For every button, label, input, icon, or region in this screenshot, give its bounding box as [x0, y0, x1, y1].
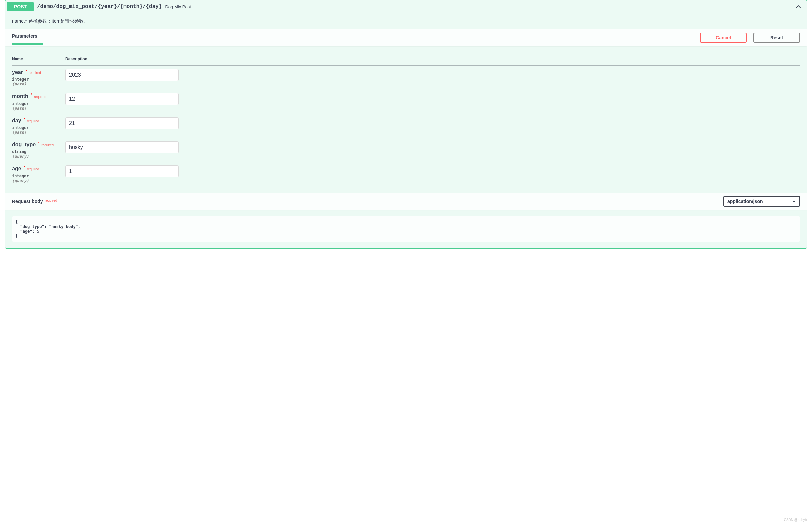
parameter-type: integer	[12, 100, 65, 106]
parameter-name: age * required	[12, 165, 65, 172]
operation-description: name是路径参数；item是请求参数。	[5, 13, 807, 29]
parameter-value-cell	[65, 114, 800, 138]
parameter-name: day * required	[12, 117, 65, 124]
parameter-type: integer	[12, 75, 65, 82]
parameter-input[interactable]	[65, 93, 179, 105]
cancel-button[interactable]: Cancel	[700, 33, 747, 43]
operation-block: POST /demo/dog_mix_post/{year}/{month}/{…	[5, 0, 807, 249]
column-header-description: Description	[65, 53, 800, 66]
parameter-name-cell: month * requiredinteger(path)	[12, 90, 65, 113]
request-body-header: Request bodyrequired application/json	[5, 193, 807, 210]
request-body-payload[interactable]: { "dog_type": "husky_body", "age": 5 }	[12, 216, 800, 241]
request-body-container: { "dog_type": "husky_body", "age": 5 }	[5, 210, 807, 248]
required-label: required	[26, 119, 39, 123]
parameter-input[interactable]	[65, 165, 179, 177]
operation-description-text: name是路径参数；item是请求参数。	[12, 18, 800, 24]
parameter-name-cell: age * requiredinteger(query)	[12, 162, 65, 186]
parameter-value-cell	[65, 138, 800, 162]
parameter-input[interactable]	[65, 117, 179, 129]
required-label: required	[27, 71, 41, 75]
parameter-in: (path)	[12, 82, 65, 86]
parameter-input[interactable]	[65, 141, 179, 153]
parameter-in: (query)	[12, 178, 65, 183]
collapse-arrow-icon[interactable]	[795, 3, 802, 10]
parameters-table: Name Description year * requiredinteger(…	[12, 53, 800, 186]
parameter-type: string	[12, 148, 65, 154]
parameter-name-cell: dog_type * requiredstring(query)	[12, 138, 65, 162]
required-label: required	[40, 143, 53, 147]
reset-button[interactable]: Reset	[753, 33, 800, 43]
parameter-value-cell	[65, 90, 800, 113]
parameter-in: (path)	[12, 106, 65, 111]
parameter-input[interactable]	[65, 69, 179, 81]
required-star-icon: *	[37, 141, 41, 145]
required-label: required	[33, 95, 46, 99]
parameter-name: year * required	[12, 69, 65, 75]
required-star-icon: *	[23, 165, 26, 169]
tab-parameters[interactable]: Parameters	[12, 33, 37, 42]
parameter-name: dog_type * required	[12, 141, 65, 148]
request-body-title: Request bodyrequired	[12, 199, 723, 204]
operation-short-description: Dog Mix Post	[165, 4, 795, 9]
required-star-icon: *	[30, 93, 33, 96]
request-body-required-label: required	[43, 199, 57, 202]
operation-path: /demo/dog_mix_post/{year}/{month}/{day}	[34, 4, 165, 10]
parameter-value-cell	[65, 162, 800, 186]
column-header-name: Name	[12, 53, 65, 66]
parameter-in: (path)	[12, 130, 65, 134]
parameter-value-cell	[65, 66, 800, 90]
parameters-container: Name Description year * requiredinteger(…	[5, 46, 807, 193]
parameter-in: (query)	[12, 154, 65, 159]
parameter-name-cell: day * requiredinteger(path)	[12, 114, 65, 138]
required-star-icon: *	[24, 69, 27, 73]
parameter-row: age * requiredinteger(query)	[12, 162, 800, 186]
parameters-header: Parameters Cancel Reset	[5, 29, 807, 46]
parameter-name-cell: year * requiredinteger(path)	[12, 66, 65, 90]
parameter-row: dog_type * requiredstring(query)	[12, 138, 800, 162]
parameter-row: day * requiredinteger(path)	[12, 114, 800, 138]
required-star-icon: *	[23, 117, 26, 121]
parameter-name: month * required	[12, 93, 65, 99]
parameter-row: month * requiredinteger(path)	[12, 90, 800, 113]
parameter-type: integer	[12, 124, 65, 130]
http-method-badge: POST	[7, 2, 34, 11]
content-type-select[interactable]: application/json	[723, 196, 800, 206]
parameter-row: year * requiredinteger(path)	[12, 66, 800, 90]
required-label: required	[26, 167, 39, 171]
parameter-type: integer	[12, 172, 65, 178]
operation-summary[interactable]: POST /demo/dog_mix_post/{year}/{month}/{…	[5, 0, 807, 13]
